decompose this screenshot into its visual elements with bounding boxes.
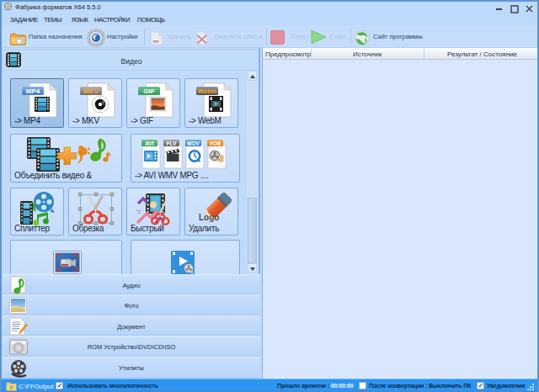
svg-text:MKV: MKV bbox=[83, 87, 99, 95]
svg-text:Webm: Webm bbox=[198, 87, 217, 95]
svg-text:AVI: AVI bbox=[145, 140, 154, 146]
svg-text:GIF: GIF bbox=[143, 87, 154, 95]
svg-text:MP4: MP4 bbox=[26, 87, 40, 95]
svg-text:VOB: VOB bbox=[209, 140, 221, 146]
svg-text:Logo: Logo bbox=[199, 213, 219, 222]
svg-text:FLV: FLV bbox=[167, 140, 177, 146]
svg-text:MOV: MOV bbox=[187, 140, 200, 146]
